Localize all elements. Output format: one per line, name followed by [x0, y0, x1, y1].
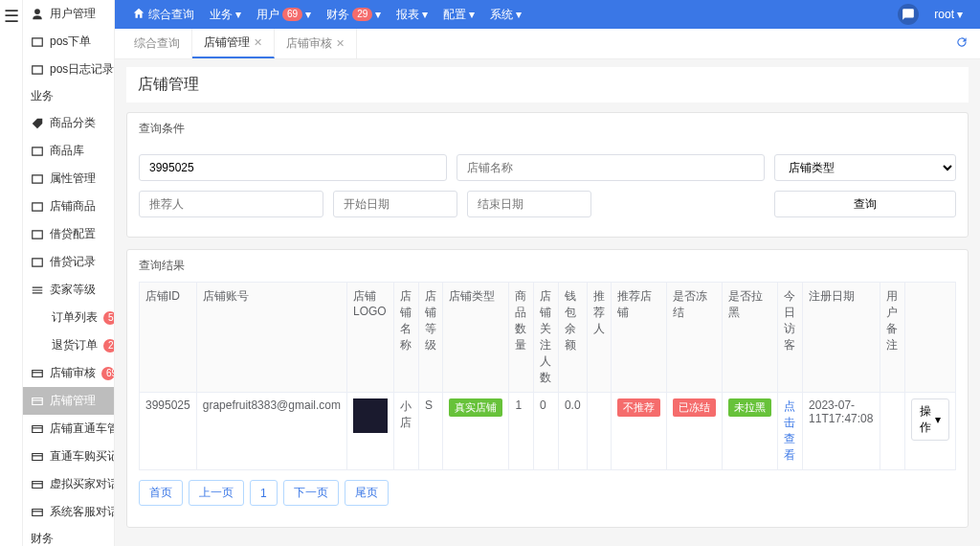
sidebar-item-pos下单[interactable]: pos下单	[23, 28, 114, 56]
filter-header: 查询条件	[127, 113, 968, 145]
sidebar-item-店铺审核[interactable]: 店铺审核69	[23, 359, 114, 387]
sidebar-item-系统客服对话[interactable]: 系统客服对话	[23, 498, 114, 526]
table-cell: 2023-07-11T17:47:08	[803, 393, 880, 470]
table-cell	[588, 393, 612, 470]
close-icon[interactable]: ✕	[254, 36, 262, 49]
sidebar-item-借贷记录[interactable]: 借贷记录	[23, 248, 114, 276]
sidebar-item-pos日志记录[interactable]: pos日志记录	[23, 56, 114, 83]
visitors-link[interactable]: 点击查看	[784, 399, 795, 462]
sidebar-item-label: 卖家等级	[50, 282, 106, 298]
tab-label: 店铺管理	[204, 34, 250, 51]
search-button[interactable]: 查询	[774, 191, 956, 217]
list-icon	[31, 284, 44, 297]
user-name: root	[934, 8, 954, 21]
chat-icon[interactable]	[898, 4, 919, 25]
table-header: 店铺关注人数	[533, 283, 558, 393]
shop-id-input[interactable]	[139, 154, 447, 181]
table-cell: 未拉黑	[723, 393, 778, 470]
start-date-input[interactable]	[333, 191, 457, 217]
sidebar-item-label: pos日志记录	[50, 61, 114, 78]
table-cell: 已冻结	[667, 393, 723, 470]
sidebar: 用户管理pos下单pos日志记录业务商品分类商品库属性管理店铺商品借贷配置借贷记…	[23, 0, 115, 546]
sidebar-item-退货订单[interactable]: 退货订单2	[23, 331, 114, 359]
table-header: 店铺账号	[196, 283, 346, 393]
table-cell: 0	[533, 393, 558, 470]
tab-label: 综合查询	[134, 35, 180, 52]
sidebar-item-label: 店铺直通车管理	[50, 421, 115, 437]
table-cell: 真实店铺	[443, 393, 509, 470]
sidebar-item-用户管理[interactable]: 用户管理	[23, 0, 114, 28]
sidebar-toggle[interactable]: ☰	[0, 0, 23, 546]
shop-type-select[interactable]: 店铺类型	[774, 154, 956, 181]
sidebar-item-店铺直通车管理[interactable]: 店铺直通车管理	[23, 415, 114, 443]
card-icon	[31, 395, 44, 408]
tab-店铺管理[interactable]: 店铺管理✕	[192, 29, 275, 58]
table-cell: 操作 ▾	[904, 393, 955, 470]
sidebar-item-店铺管理[interactable]: 店铺管理	[23, 387, 114, 415]
topnav-label: 报表	[396, 7, 419, 23]
table-header: 是否拉黑	[723, 283, 778, 393]
end-date-input[interactable]	[467, 191, 591, 217]
shop-name-input[interactable]	[457, 154, 765, 181]
table-header: 店铺ID	[140, 283, 197, 393]
table-cell: grapefruit8383@gmail.com	[196, 393, 346, 470]
table-row: 3995025grapefruit8383@gmail.com小店S真实店铺10…	[140, 393, 956, 470]
sidebar-item-商品分类[interactable]: 商品分类	[23, 109, 114, 137]
table-header: 今日访客	[778, 283, 803, 393]
topnav-badge: 29	[352, 8, 372, 21]
page-number[interactable]: 1	[250, 480, 278, 506]
sidebar-item-属性管理[interactable]: 属性管理	[23, 165, 114, 193]
rect-icon	[31, 63, 44, 77]
chevron-down-icon: ▾	[516, 8, 522, 21]
topnav-用户[interactable]: 用户69▾	[249, 0, 319, 29]
results-panel: 查询结果 店铺ID店铺账号店铺LOGO店铺名称店铺等级店铺类型商品数量店铺关注人…	[126, 249, 969, 528]
sidebar-item-label: 借贷记录	[50, 254, 106, 270]
action-button[interactable]: 操作 ▾	[911, 398, 949, 441]
topnav-label: 系统	[490, 7, 513, 23]
topnav-badge: 69	[282, 8, 302, 21]
sidebar-item-直通车购买记录[interactable]: 直通车购买记录	[23, 443, 114, 470]
topnav-综合查询[interactable]: 综合查询	[124, 0, 202, 29]
table-header: 店铺类型	[443, 283, 509, 393]
sidebar-item-卖家等级[interactable]: 卖家等级	[23, 276, 114, 304]
sidebar-item-label: 虚拟买家对话	[50, 476, 115, 492]
chevron-down-icon: ▾	[235, 8, 241, 21]
sidebar-item-label: 用户管理	[50, 6, 106, 22]
table-cell	[346, 393, 393, 470]
sidebar-item-label: pos下单	[50, 34, 106, 50]
topnav-业务[interactable]: 业务▾	[202, 0, 249, 29]
rect-icon	[31, 256, 44, 269]
sidebar-item-商品库[interactable]: 商品库	[23, 137, 114, 165]
sidebar-item-虚拟买家对话[interactable]: 虚拟买家对话14	[23, 470, 114, 498]
sidebar-item-label: 直通车购买记录	[50, 448, 115, 465]
page-prev[interactable]: 上一页	[189, 480, 244, 506]
user-menu[interactable]: root ▾	[926, 0, 970, 29]
close-icon[interactable]: ✕	[336, 37, 345, 50]
page-last[interactable]: 尾页	[345, 480, 389, 506]
sidebar-item-店铺商品[interactable]: 店铺商品	[23, 193, 114, 220]
page-next[interactable]: 下一页	[283, 480, 339, 506]
topnav-报表[interactable]: 报表▾	[389, 0, 435, 29]
sidebar-item-借贷配置[interactable]: 借贷配置	[23, 220, 114, 248]
table-header: 用户备注	[880, 283, 905, 393]
topnav-配置[interactable]: 配置▾	[435, 0, 482, 29]
table-cell: 1	[509, 393, 534, 470]
table-header: 是否冻结	[667, 283, 723, 393]
topnav-系统[interactable]: 系统▾	[482, 0, 529, 29]
refresh-icon[interactable]	[944, 30, 980, 57]
chevron-down-icon: ▾	[935, 413, 941, 426]
topnav: 综合查询业务▾用户69▾财务29▾报表▾配置▾系统▾ root ▾	[115, 0, 980, 29]
page-first[interactable]: 首页	[139, 480, 183, 506]
sidebar-item-label: 店铺审核	[50, 365, 96, 381]
topnav-财务[interactable]: 财务29▾	[319, 0, 389, 29]
table-cell: 不推荐	[612, 393, 667, 470]
table-cell: 点击查看	[778, 393, 803, 470]
tab-综合查询[interactable]: 综合查询	[122, 29, 192, 58]
sidebar-item-订单列表[interactable]: 订单列表5	[23, 304, 114, 331]
sidebar-badge: 2	[103, 339, 115, 353]
sidebar-item-label: 店铺商品	[50, 198, 106, 215]
tab-店铺审核[interactable]: 店铺审核✕	[275, 29, 357, 58]
referrer-input[interactable]	[139, 191, 323, 217]
sidebar-badge: 5	[103, 311, 115, 325]
chevron-down-icon: ▾	[375, 8, 381, 21]
